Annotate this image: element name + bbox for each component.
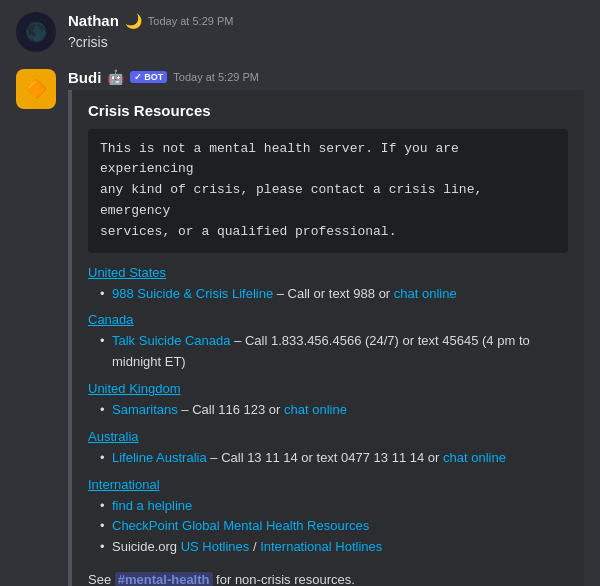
canada-resources: Talk Suicide Canada – Call 1.833.456.456… [88,331,568,373]
avatar: 🌑 [16,12,56,52]
checkpoint-link[interactable]: CheckPoint Global Mental Health Resource… [112,518,369,533]
find-helpline-link[interactable]: find a helpline [112,498,192,513]
resource-desc: – Call or text 988 or [273,286,394,301]
message-header: Nathan 🌙 Today at 5:29 PM [68,12,584,29]
timestamp: Today at 5:29 PM [173,71,259,83]
list-item: Suicide.org US Hotlines / International … [100,537,568,558]
nathan-message: 🌑 Nathan 🌙 Today at 5:29 PM ?crisis [16,12,584,53]
resource-desc: – Call 116 123 or [178,402,284,417]
robot-icon: 🤖 [107,69,124,85]
international-hotlines-link[interactable]: International Hotlines [260,539,382,554]
talk-suicide-link[interactable]: Talk Suicide Canada [112,333,231,348]
suicide-org-prefix: Suicide.org [112,539,181,554]
message-content: Nathan 🌙 Today at 5:29 PM ?crisis [68,12,584,53]
timestamp: Today at 5:29 PM [148,15,234,27]
chat-online-link-uk[interactable]: chat online [284,402,347,417]
message-content: Budi 🤖 ✓ BOT Today at 5:29 PM Crisis Res… [68,69,584,586]
user-badge-icon: 🌙 [125,13,142,29]
bot-badge: ✓ BOT [130,71,167,83]
samaritans-link[interactable]: Samaritans [112,402,178,417]
uk-resources: Samaritans – Call 116 123 or chat online [88,400,568,421]
username: Budi [68,69,101,86]
see-also: See #mental-health for non-crisis resour… [88,570,568,586]
lifeline-link[interactable]: Lifeline Australia [112,450,207,465]
us-hotlines-link[interactable]: US Hotlines [181,539,250,554]
channel-tag[interactable]: #mental-health [115,572,213,586]
international-resources: find a helpline CheckPoint Global Mental… [88,496,568,558]
resource-desc: – Call 13 11 14 or text 0477 13 11 14 or [207,450,443,465]
embed-warning: This is not a mental health server. If y… [88,129,568,253]
message-header: Budi 🤖 ✓ BOT Today at 5:29 PM [68,69,584,86]
avatar: 🔶 [16,69,56,109]
list-item: 988 Suicide & Crisis Lifeline – Call or … [100,284,568,305]
region-australia[interactable]: Australia [88,429,568,444]
australia-resources: Lifeline Australia – Call 13 11 14 or te… [88,448,568,469]
chat-online-link-us[interactable]: chat online [394,286,457,301]
see-also-suffix: for non-crisis resources. [213,572,355,586]
budi-message: 🔶 Budi 🤖 ✓ BOT Today at 5:29 PM Crisis R… [16,69,584,586]
see-also-prefix: See [88,572,115,586]
us-resources: 988 Suicide & Crisis Lifeline – Call or … [88,284,568,305]
username: Nathan [68,12,119,29]
bot-label: BOT [144,72,163,82]
crisis-embed: Crisis Resources This is not a mental he… [68,90,584,586]
region-canada[interactable]: Canada [88,312,568,327]
resource-separator: / [249,539,260,554]
list-item: Talk Suicide Canada – Call 1.833.456.456… [100,331,568,373]
region-international[interactable]: International [88,477,568,492]
embed-title: Crisis Resources [88,102,568,119]
crisis-lifeline-link[interactable]: 988 Suicide & Crisis Lifeline [112,286,273,301]
region-uk[interactable]: United Kingdom [88,381,568,396]
list-item: CheckPoint Global Mental Health Resource… [100,516,568,537]
region-us[interactable]: United States [88,265,568,280]
list-item: find a helpline [100,496,568,517]
chat-online-link-au[interactable]: chat online [443,450,506,465]
checkmark-icon: ✓ [134,72,142,82]
list-item: Samaritans – Call 116 123 or chat online [100,400,568,421]
message-text: ?crisis [68,33,584,53]
list-item: Lifeline Australia – Call 13 11 14 or te… [100,448,568,469]
